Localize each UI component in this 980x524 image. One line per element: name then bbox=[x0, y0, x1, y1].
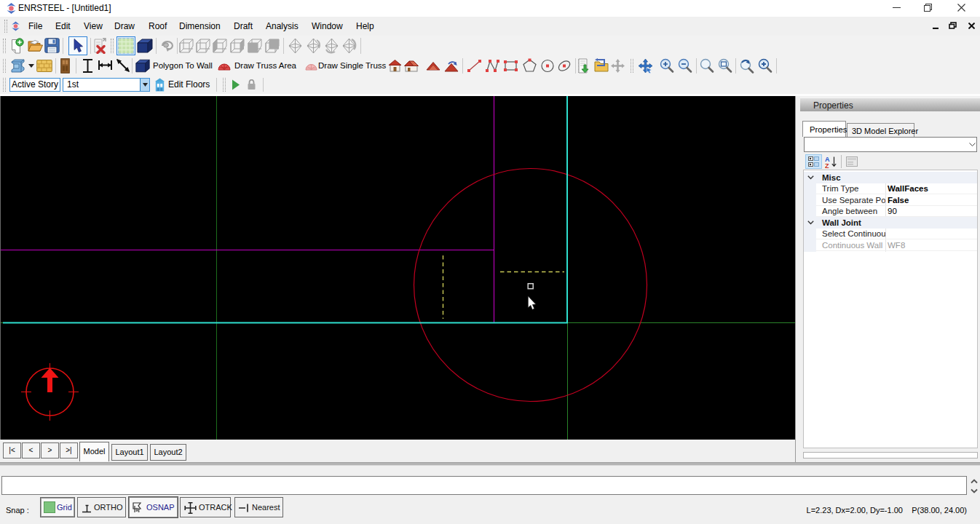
svg-text:Z: Z bbox=[825, 162, 829, 169]
